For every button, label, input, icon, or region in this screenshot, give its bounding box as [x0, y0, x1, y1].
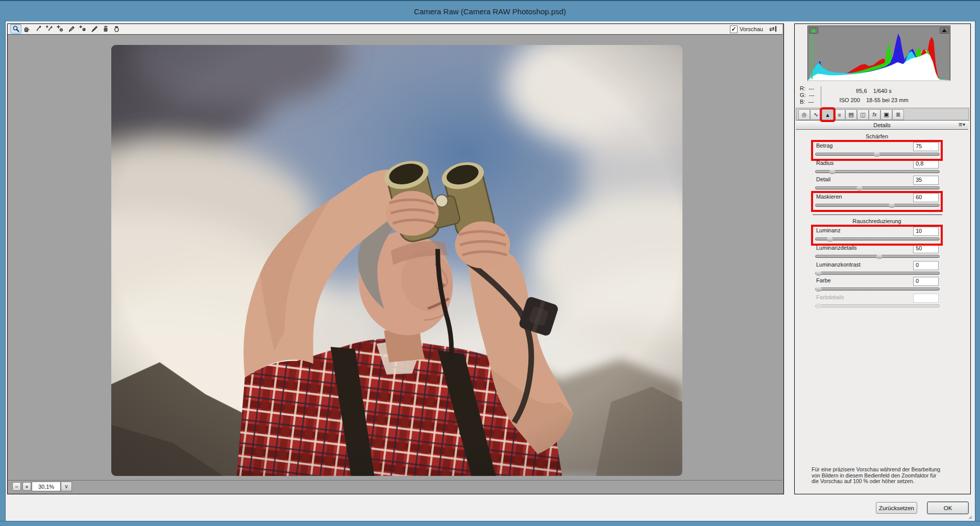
slider-value-field[interactable]: 60	[913, 193, 939, 202]
slider-thumb[interactable]	[826, 236, 833, 242]
rgb-readout-r: R: ---	[800, 85, 814, 91]
zoom-in-button[interactable]: +	[22, 482, 31, 491]
slider-value-field[interactable]: 0	[913, 261, 939, 270]
slider-label: Luminanzkontrast	[816, 261, 861, 268]
spot-removal-tool[interactable]	[66, 25, 77, 33]
slider-thumb[interactable]	[856, 185, 863, 190]
slider-value-field[interactable]: 75	[913, 142, 939, 151]
panel-header: Details ≣▾	[796, 120, 968, 130]
resize-grip[interactable]: ◢	[968, 514, 972, 519]
window-frame-bottom	[0, 521, 980, 526]
check-icon: ✓	[731, 27, 736, 32]
zoom-level-dropdown[interactable]: ∨	[61, 482, 72, 491]
window-frame-right	[975, 20, 980, 526]
tab-teiltonung[interactable]: ▤	[845, 109, 857, 120]
info-divider	[821, 86, 821, 107]
slider-thumb[interactable]	[815, 303, 822, 308]
slider-track[interactable]	[815, 304, 940, 307]
slider-thumb[interactable]	[889, 202, 895, 208]
adjustment-brush-tool[interactable]	[89, 25, 99, 33]
slider-row-maskieren: Maskieren 60	[813, 193, 941, 210]
slider-row-radius: Radius 0,8	[813, 159, 941, 176]
rotate-right-tool[interactable]	[111, 25, 121, 33]
shadow-clipping-toggle[interactable]	[809, 27, 818, 34]
slider-thumb[interactable]	[815, 286, 822, 292]
slider-thumb[interactable]	[815, 270, 822, 276]
slider-value-field[interactable]: 0	[913, 277, 939, 286]
slider-row-farbe: Farbe 0	[813, 277, 941, 294]
tab-grundeinstellungen[interactable]: ◎	[798, 109, 810, 120]
tab-gradationskurve[interactable]: ∿	[810, 109, 822, 120]
slider-value-field[interactable]	[913, 294, 939, 303]
slider-row-betrag: Betrag 75	[813, 142, 941, 159]
crosshair-dot-icon	[79, 25, 87, 33]
histogram-chart	[808, 26, 950, 80]
slider-track[interactable]	[815, 204, 940, 207]
pen-icon	[90, 25, 98, 33]
slider-value-field[interactable]: 0,8	[913, 159, 939, 169]
slider-thumb[interactable]	[829, 169, 836, 174]
section-title-rauschreduzierung: Rauschreduzierung	[813, 218, 941, 224]
toggle-fullscreen-button[interactable]: ⇄	[769, 25, 776, 33]
slider-label: Betrag	[816, 142, 832, 149]
slider-thumb[interactable]	[873, 151, 880, 157]
slider-value-field[interactable]: 35	[913, 176, 939, 185]
slider-track[interactable]	[815, 186, 940, 189]
slider-row-luminanzkontrast: Luminanzkontrast 0	[813, 261, 941, 278]
color-sampler-tool[interactable]	[44, 25, 54, 33]
slider-label: Detail	[816, 176, 830, 182]
reset-button[interactable]: Zurücksetzen	[876, 502, 917, 514]
window-frame-left	[0, 20, 6, 526]
slider-track[interactable]	[815, 288, 940, 291]
fullscreen-arrows-icon: ⇄	[769, 25, 775, 33]
ok-button[interactable]: OK	[927, 501, 969, 514]
tab-details[interactable]: ▲	[822, 109, 834, 120]
preview-checkbox[interactable]: ✓	[730, 26, 738, 33]
rotate-left-tool[interactable]	[100, 25, 110, 33]
slider-row-luminanz: Luminanz 10	[813, 227, 941, 244]
slider-label: Radius	[816, 160, 834, 166]
preview-pane: ✓ Vorschau ⇄	[7, 23, 784, 494]
slider-label: Maskieren	[816, 194, 842, 200]
panel-menu-icon[interactable]: ≣▾	[959, 122, 965, 127]
brush-icon	[68, 25, 76, 33]
tab-objektivkorrekturen[interactable]: ◫	[857, 109, 869, 120]
slider-label: Luminanz	[816, 227, 841, 233]
slider-value-field[interactable]: 50	[913, 244, 939, 253]
slider-row-detail: Detail 35	[813, 176, 941, 193]
slider-row-farbdetails: Farbdetails	[813, 294, 941, 310]
section-title-schaerfen: Schärfen	[813, 133, 941, 139]
shadow-clipping-icon	[811, 29, 816, 32]
image-preview[interactable]	[111, 45, 682, 476]
slider-track[interactable]	[815, 237, 940, 241]
zoom-level-field[interactable]: 30,1%	[32, 482, 61, 491]
slider-value-field[interactable]: 10	[913, 227, 939, 236]
histogram	[807, 26, 950, 81]
hand-icon	[23, 25, 31, 33]
tab-effekte[interactable]: fx	[869, 109, 880, 120]
settings-tab-strip: ◎ ∿ ▲ ≡ ▤ ◫ fx ▣ ≣	[796, 108, 969, 121]
rotate-left-icon	[102, 25, 109, 33]
window-title: Camera Raw (Camera RAW Photoshop.psd)	[414, 7, 566, 16]
statusbar-divider	[8, 480, 782, 481]
hand-tool[interactable]	[21, 25, 32, 33]
settings-pane: R: --- G: --- B: --- f/5,6 1/640 s ISO 2…	[794, 23, 971, 494]
highlight-clipping-icon	[942, 29, 947, 32]
targeted-adjustment-tool[interactable]	[55, 25, 65, 33]
zoom-out-button[interactable]: −	[12, 482, 21, 491]
magnifier-icon	[12, 25, 20, 33]
rotate-right-icon	[113, 25, 120, 33]
zoom-tool[interactable]	[10, 24, 21, 34]
exif-iso-lens: ISO 200 18-55 bei 23 mm	[823, 97, 925, 103]
eyedropper-plus-icon	[45, 25, 53, 33]
slider-thumb[interactable]	[876, 253, 883, 259]
white-balance-tool[interactable]	[33, 25, 43, 33]
tab-kamerakalibrierung[interactable]: ▣	[880, 109, 892, 120]
highlight-clipping-toggle[interactable]	[940, 27, 949, 34]
tab-vorgaben[interactable]: ≣	[892, 109, 904, 120]
red-eye-tool[interactable]	[78, 25, 88, 33]
tab-hsl-graustufen[interactable]: ≡	[834, 109, 845, 120]
slider-label: Farbe	[816, 277, 831, 283]
slider-track[interactable]	[815, 272, 940, 275]
title-bar[interactable]: Camera Raw (Camera RAW Photoshop.psd)	[0, 0, 980, 21]
